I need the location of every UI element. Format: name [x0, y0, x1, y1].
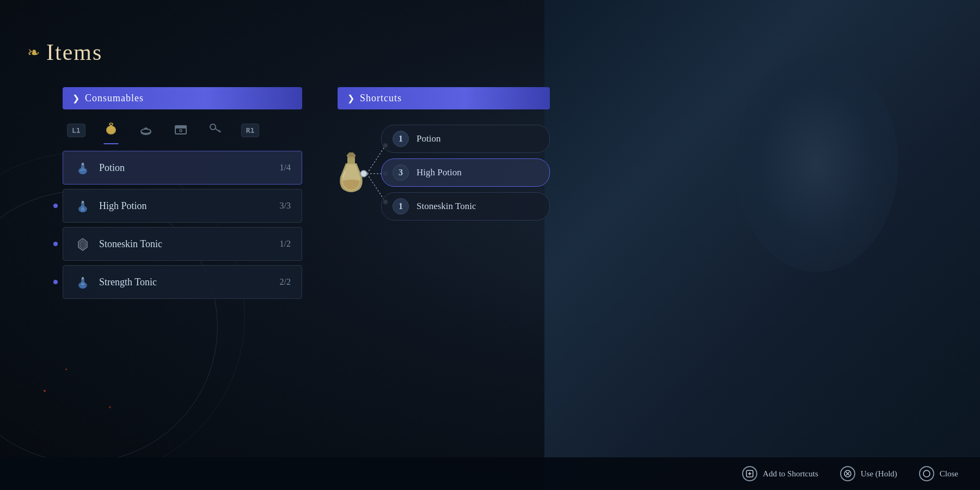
item-count-high-potion: 3/3 — [280, 201, 291, 211]
add-shortcut-label: Add to Shortcuts — [763, 469, 818, 479]
item-count-potion: 1/4 — [280, 163, 291, 173]
svg-rect-13 — [81, 203, 84, 206]
item-row-high-potion[interactable]: High Potion 3/3 — [63, 189, 302, 223]
page-title: Items — [46, 39, 102, 65]
item-dot-stoneskin — [53, 242, 58, 246]
item-row-potion[interactable]: Potion 1/4 — [63, 151, 302, 185]
tab-r1[interactable]: R1 — [241, 124, 260, 137]
use-hold-label: Use (Hold) — [861, 469, 897, 479]
item-icon-potion — [74, 159, 91, 176]
category-header[interactable]: ❯ Consumables — [63, 87, 302, 109]
action-add-shortcut[interactable]: Add to Shortcuts — [742, 466, 818, 481]
svg-rect-14 — [82, 201, 84, 203]
svg-rect-11 — [82, 163, 84, 165]
category-chevron-icon: ❯ — [72, 93, 79, 103]
use-hold-icon — [840, 466, 855, 481]
tab-mortar[interactable] — [137, 119, 155, 141]
page-title-area: ❧ Items — [27, 39, 102, 65]
item-name-stoneskin: Stoneskin Tonic — [99, 238, 272, 250]
item-list: Potion 1/4 High Potion 3/3 — [63, 151, 302, 303]
shortcut-number-high-potion: 3 — [393, 164, 409, 181]
shortcut-number-stoneskin: 1 — [393, 198, 409, 215]
items-panel: ❯ Consumables L1 — [63, 87, 302, 303]
shortcut-name-potion: Potion — [416, 133, 440, 144]
item-icon-stoneskin — [74, 235, 91, 253]
shortcut-name-stoneskin: Stoneskin Tonic — [416, 201, 476, 212]
svg-point-4 — [141, 129, 151, 133]
shortcuts-label: Shortcuts — [360, 93, 402, 104]
svg-rect-19 — [81, 279, 84, 283]
svg-point-3 — [109, 123, 113, 125]
add-shortcut-icon — [742, 466, 757, 481]
tab-bag[interactable] — [102, 119, 120, 141]
category-label: Consumables — [85, 93, 144, 104]
svg-point-38 — [923, 470, 930, 477]
shortcut-item-stoneskin[interactable]: 1 Stoneskin Tonic — [381, 192, 550, 220]
item-row-stoneskin-tonic[interactable]: Stoneskin Tonic 1/2 — [63, 227, 302, 261]
svg-rect-10 — [81, 164, 84, 168]
close-label: Close — [940, 469, 958, 479]
tab-chest[interactable] — [171, 119, 190, 141]
shortcut-number-potion: 1 — [393, 131, 409, 147]
action-close[interactable]: Close — [919, 466, 958, 481]
shortcuts-header: ❯ Shortcuts — [338, 87, 550, 109]
item-count-stoneskin: 1/2 — [280, 239, 291, 249]
item-count-strength: 2/2 — [280, 277, 291, 287]
shortcuts-items-area: 1 Potion 3 High Potion 1 Stoneskin Tonic — [381, 125, 550, 220]
main-content: ❧ Items ❯ Consumables L1 — [0, 0, 980, 490]
bottom-bar: Add to Shortcuts Use (Hold) Close — [0, 457, 980, 490]
shortcuts-panel: ❯ Shortcuts — [338, 87, 550, 220]
svg-point-7 — [180, 130, 182, 132]
shortcut-item-potion[interactable]: 1 Potion — [381, 125, 550, 153]
shortcuts-chevron-icon: ❯ — [347, 93, 354, 103]
item-name-strength: Strength Tonic — [99, 277, 272, 288]
shortcut-list: 1 Potion 3 High Potion 1 Stoneskin Tonic — [381, 125, 550, 220]
action-use-hold[interactable]: Use (Hold) — [840, 466, 897, 481]
svg-rect-20 — [82, 277, 84, 279]
shortcut-item-high-potion[interactable]: 3 High Potion — [381, 158, 550, 187]
item-icon-strength — [74, 273, 91, 291]
tab-l1[interactable]: L1 — [67, 124, 85, 137]
svg-rect-24 — [348, 152, 354, 157]
item-dot-strength — [53, 280, 58, 284]
item-row-strength-tonic[interactable]: Strength Tonic 2/2 — [63, 265, 302, 299]
tab-key[interactable] — [206, 119, 225, 141]
svg-point-15 — [81, 207, 84, 211]
close-icon — [919, 466, 934, 481]
shortcut-name-high-potion: High Potion — [416, 167, 462, 178]
title-decorative-icon: ❧ — [27, 44, 40, 62]
svg-point-1 — [107, 126, 115, 133]
item-dot-high-potion — [53, 204, 58, 208]
tab-bar: L1 — [63, 119, 302, 141]
item-name-high-potion: High Potion — [99, 200, 272, 212]
svg-point-8 — [210, 124, 216, 130]
item-icon-high-potion — [74, 197, 91, 215]
shortcut-potion-bottle — [332, 147, 370, 198]
item-name-potion: Potion — [99, 162, 272, 174]
